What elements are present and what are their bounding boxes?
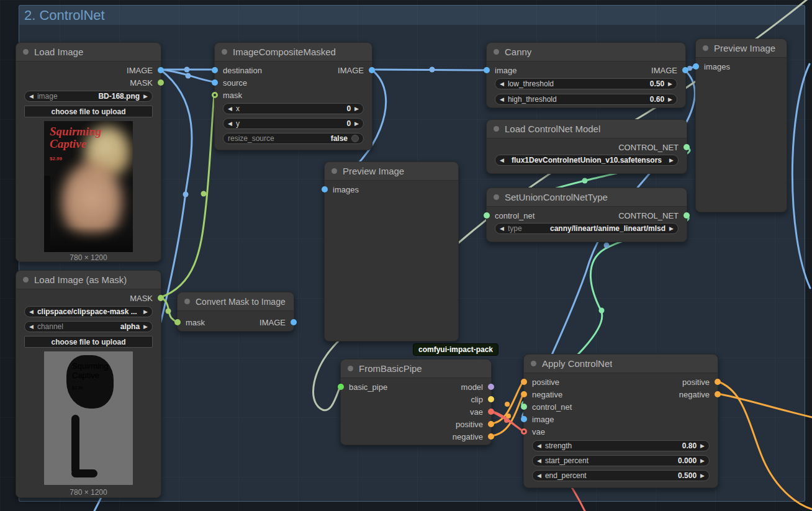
decrement-arrow-icon[interactable]: ◀	[500, 97, 504, 102]
resize-source-toggle[interactable]: resize_source false	[223, 133, 364, 144]
collapse-dot-icon[interactable]	[494, 194, 499, 200]
node-apply-controlnet[interactable]: Apply ControlNet positive positive negat…	[523, 354, 718, 488]
end-percent-widget[interactable]: ◀ end_percent 0.500 ▶	[532, 470, 710, 481]
node-titlebar[interactable]: SetUnionControlNetType	[487, 188, 687, 207]
input-slot-negative[interactable]	[521, 391, 527, 397]
input-slot-mask[interactable]	[212, 92, 218, 98]
node-graph-canvas[interactable]: 2. ControlNet	[0, 0, 812, 511]
output-slot-negative[interactable]	[715, 391, 721, 397]
choose-file-button[interactable]: choose file to upload	[24, 336, 153, 348]
output-slot-mask[interactable]	[158, 295, 164, 301]
combo-right-arrow-icon[interactable]: ▶	[669, 158, 674, 163]
node-load-image-as-mask[interactable]: Load Image (as Mask) MASK ◀ clipspace/cl…	[16, 270, 161, 498]
decrement-arrow-icon[interactable]: ◀	[537, 443, 541, 449]
node-convert-mask-to-image[interactable]: Convert Mask to Image mask IMAGE	[177, 292, 294, 332]
output-slot-positive[interactable]	[715, 379, 721, 385]
node-load-image[interactable]: Load Image IMAGE MASK ◀ image BD-168.png…	[16, 42, 161, 262]
collapse-dot-icon[interactable]	[23, 49, 29, 55]
combo-right-arrow-icon[interactable]: ▶	[143, 309, 148, 315]
input-slot-mask[interactable]	[174, 319, 181, 325]
combo-right-arrow-icon[interactable]: ▶	[143, 94, 148, 99]
channel-combo[interactable]: ◀ channel alpha ▶	[24, 321, 153, 332]
node-titlebar[interactable]: Preview Image	[325, 162, 458, 181]
increment-arrow-icon[interactable]: ▶	[668, 97, 672, 102]
node-load-controlnet-model[interactable]: Load ControlNet Model CONTROL_NET ◀ flux…	[486, 119, 687, 174]
combo-left-arrow-icon[interactable]: ◀	[29, 324, 34, 330]
node-canny[interactable]: Canny image IMAGE ◀ low_threshold 0.50 ▶…	[486, 42, 686, 108]
collapse-dot-icon[interactable]	[222, 49, 227, 55]
output-slot-mask[interactable]	[158, 79, 164, 86]
combo-right-arrow-icon[interactable]: ▶	[669, 226, 674, 232]
collapse-dot-icon[interactable]	[23, 277, 29, 283]
decrement-arrow-icon[interactable]: ◀	[537, 473, 541, 479]
collapse-dot-icon[interactable]	[348, 366, 353, 371]
input-slot-control-net[interactable]	[484, 212, 490, 219]
node-set-union-controlnet-type[interactable]: SetUnionControlNetType control_net CONTR…	[486, 188, 687, 242]
input-slot-positive[interactable]	[521, 379, 527, 385]
output-slot-negative[interactable]	[488, 433, 494, 440]
y-number-widget[interactable]: ◀ y 0 ▶	[223, 118, 364, 129]
start-percent-widget[interactable]: ◀ start_percent 0.000 ▶	[532, 455, 710, 466]
decrement-arrow-icon[interactable]: ◀	[500, 81, 504, 87]
input-slot-vae[interactable]	[521, 428, 527, 435]
input-slot-source[interactable]	[212, 79, 218, 86]
decrement-arrow-icon[interactable]: ◀	[228, 106, 232, 112]
node-titlebar[interactable]: Canny	[487, 43, 685, 61]
node-titlebar[interactable]: FromBasicPipe	[341, 360, 491, 378]
input-slot-control-net[interactable]	[521, 404, 527, 410]
type-combo-widget[interactable]: ◀ type canny/lineart/anime_lineart/mlsd …	[495, 223, 679, 234]
output-slot-control-net[interactable]	[683, 212, 690, 219]
combo-left-arrow-icon[interactable]: ◀	[500, 226, 504, 232]
strength-widget[interactable]: ◀ strength 0.80 ▶	[532, 440, 710, 451]
combo-left-arrow-icon[interactable]: ◀	[29, 309, 34, 315]
output-slot-model[interactable]	[488, 384, 494, 390]
collapse-dot-icon[interactable]	[184, 299, 190, 304]
increment-arrow-icon[interactable]: ▶	[700, 458, 705, 464]
output-slot-clip[interactable]	[488, 396, 494, 402]
node-preview-image-right[interactable]: Preview Image images	[695, 38, 787, 212]
image-combo-widget[interactable]: ◀ image BD-168.png ▶	[24, 91, 153, 102]
controlnet-model-combo[interactable]: ◀ flux1DevControlnetUnion_v10.safetensor…	[495, 155, 679, 166]
node-titlebar[interactable]: Convert Mask to Image	[178, 292, 294, 311]
increment-arrow-icon[interactable]: ▶	[700, 443, 705, 449]
increment-arrow-icon[interactable]: ▶	[668, 81, 672, 87]
input-slot-basic-pipe[interactable]	[338, 384, 344, 390]
collapse-dot-icon[interactable]	[494, 49, 499, 55]
decrement-arrow-icon[interactable]: ◀	[228, 121, 232, 127]
low-threshold-widget[interactable]: ◀ low_threshold 0.50 ▶	[495, 78, 677, 89]
high-threshold-widget[interactable]: ◀ high_threshold 0.60 ▶	[495, 94, 677, 105]
node-titlebar[interactable]: Load Image	[16, 43, 161, 61]
input-slot-destination[interactable]	[212, 67, 218, 73]
collapse-dot-icon[interactable]	[332, 168, 337, 174]
combo-left-arrow-icon[interactable]: ◀	[500, 158, 504, 163]
collapse-dot-icon[interactable]	[494, 126, 499, 132]
node-titlebar[interactable]: Load ControlNet Model	[487, 120, 687, 138]
output-slot-vae[interactable]	[488, 409, 494, 415]
choose-file-button[interactable]: choose file to upload	[24, 106, 153, 117]
increment-arrow-icon[interactable]: ▶	[700, 473, 705, 479]
input-slot-images[interactable]	[693, 63, 699, 70]
combo-left-arrow-icon[interactable]: ◀	[29, 94, 34, 99]
node-titlebar[interactable]: Apply ControlNet	[524, 355, 718, 373]
combo-right-arrow-icon[interactable]: ▶	[143, 324, 148, 330]
node-image-composite-masked[interactable]: ImageCompositeMasked destination IMAGE s…	[214, 42, 372, 150]
decrement-arrow-icon[interactable]: ◀	[537, 458, 541, 464]
increment-arrow-icon[interactable]: ▶	[354, 121, 359, 127]
mask-file-combo[interactable]: ◀ clipspace/clipspace-mask ... ▶	[24, 306, 153, 317]
group-titlebar[interactable]: 2. ControlNet	[19, 6, 805, 25]
input-slot-image[interactable]	[484, 67, 490, 73]
x-number-widget[interactable]: ◀ x 0 ▶	[223, 103, 364, 114]
output-slot-image[interactable]	[369, 67, 375, 73]
node-from-basic-pipe[interactable]: FromBasicPipe basic_pipe model clip vae …	[340, 359, 492, 445]
output-slot-image[interactable]	[682, 67, 688, 73]
node-preview-image-middle[interactable]: Preview Image images	[324, 161, 459, 341]
input-slot-image[interactable]	[521, 416, 527, 422]
output-slot-positive[interactable]	[488, 421, 494, 427]
node-titlebar[interactable]: Load Image (as Mask)	[16, 271, 161, 289]
toggle-circle-icon[interactable]	[351, 135, 359, 142]
node-titlebar[interactable]: ImageCompositeMasked	[215, 43, 372, 61]
collapse-dot-icon[interactable]	[531, 361, 536, 366]
output-slot-control-net[interactable]	[683, 144, 690, 150]
input-slot-images[interactable]	[322, 186, 328, 192]
output-slot-image[interactable]	[291, 319, 297, 325]
